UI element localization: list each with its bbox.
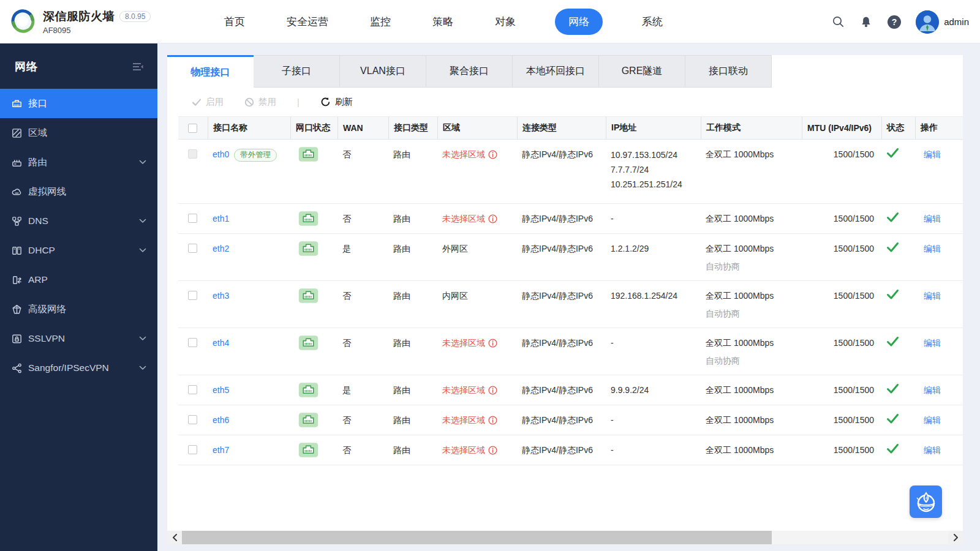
nav-item-系统[interactable]: 系统 [639,9,665,35]
select-all-checkbox[interactable] [188,124,197,133]
edit-link[interactable]: 编辑 [924,415,941,425]
nav-item-首页[interactable]: 首页 [222,9,247,35]
disable-button[interactable]: 禁用 [244,96,276,108]
ip-address-cell: 9.9.9.2/24 [606,375,701,396]
brand-text: 深信服防火墙 8.0.95 AF8095 [43,9,151,35]
check-icon [193,99,200,105]
row-select-cell [178,281,208,300]
search-icon[interactable] [831,15,845,29]
work-mode-value: 全双工 1000Mbps [706,213,802,225]
info-icon[interactable] [488,214,497,223]
sidebar-collapse-icon[interactable] [132,62,144,72]
tab-聚合接口[interactable]: 聚合接口 [426,55,513,88]
interface-name-link[interactable]: eth5 [213,385,229,395]
help-icon[interactable]: ? [888,15,901,29]
edit-link[interactable]: 编辑 [924,338,941,348]
interface-name-link[interactable]: eth4 [213,338,229,348]
zone-alert: 未选择区域 [442,384,497,396]
wan-cell: 否 [337,405,388,426]
work-mode-cell: 全双工 1000Mbps [701,204,802,225]
nav-item-策略[interactable]: 策略 [430,9,456,35]
info-icon[interactable] [488,339,497,348]
action-cell: 编辑 [915,375,963,396]
tab-本地环回接口[interactable]: 本地环回接口 [513,55,599,88]
interface-name-link[interactable]: eth6 [213,415,229,425]
column-header: 区域 [437,117,517,139]
row-checkbox[interactable] [188,291,197,300]
ethernet-port-icon [298,442,337,458]
edit-link[interactable]: 编辑 [924,214,941,223]
nav-item-网络[interactable]: 网络 [555,9,603,35]
row-checkbox[interactable] [188,415,197,424]
sidebar-item-区域[interactable]: 区域 [0,118,157,148]
tab-VLAN接口[interactable]: VLAN接口 [340,55,426,88]
nav-item-监控[interactable]: 监控 [368,9,393,35]
info-icon[interactable] [488,416,497,425]
sidebar-item-DNS[interactable]: DNS [0,206,157,236]
user-menu[interactable]: admin [916,10,969,34]
edit-link[interactable]: 编辑 [924,291,941,301]
interface-name-link[interactable]: eth1 [213,214,229,223]
enable-button[interactable]: 启用 [192,96,224,108]
scrollbar-track[interactable] [182,531,948,544]
sidebar-item-接口[interactable]: 接口 [0,89,157,118]
row-checkbox[interactable] [188,445,197,454]
row-checkbox[interactable] [188,385,197,394]
sidebar-item-SSLVPN[interactable]: SSLVPN [0,324,157,353]
refresh-button[interactable]: 刷新 [320,96,353,108]
sangfor-logo-icon [9,7,37,36]
edit-link[interactable]: 编辑 [924,385,941,395]
work-mode-cell: 全双工 1000Mbps自动协商 [701,328,802,367]
mtu-cell: 1500/1500 [802,140,881,160]
sidebar: 网络 接口区域路由虚拟网线DNSDHCPARP高级网络SSLVPNSangfor… [0,43,157,551]
row-checkbox[interactable] [188,214,197,223]
info-icon[interactable] [488,150,497,159]
interface-name-link[interactable]: eth7 [213,445,229,455]
table-header-row: 接口名称网口状态WAN接口类型区域连接类型IP地址工作模式MTU (IPv4/I… [178,116,963,140]
info-icon[interactable] [488,386,497,395]
sidebar-item-ARP[interactable]: ARP [0,265,157,294]
interface-name-link[interactable]: eth0 [213,149,229,159]
row-select-cell [178,435,208,454]
notification-bell-icon[interactable] [859,15,873,29]
row-checkbox[interactable] [188,244,197,253]
scrollbar-thumb[interactable] [182,531,772,544]
chevron-down-icon [139,219,146,223]
interface-name-cell: eth2 [208,234,290,255]
interface-type-cell: 路由 [388,281,437,302]
scroll-right-button[interactable] [948,531,963,544]
tab-物理接口[interactable]: 物理接口 [167,55,254,88]
info-icon[interactable] [488,446,497,455]
sidebar-item-DHCP[interactable]: DHCP [0,236,157,265]
column-header: 接口名称 [208,117,290,139]
edit-link[interactable]: 编辑 [924,445,941,455]
sidebar-item-虚拟网线[interactable]: 虚拟网线 [0,177,157,206]
nav-item-安全运营[interactable]: 安全运营 [284,9,331,35]
connection-type-cell: 静态IPv4/静态IPv6 [517,375,606,396]
sslvpn-icon [10,332,23,345]
mtu-cell: 1500/1500 [802,204,881,225]
tab-子接口[interactable]: 子接口 [254,55,340,88]
work-mode-value: 全双工 1000Mbps [706,444,802,456]
interface-name-link[interactable]: eth2 [213,244,229,253]
wan-cell: 是 [337,375,388,396]
work-mode-value: 全双工 1000Mbps [706,384,802,396]
tab-接口联动[interactable]: 接口联动 [685,55,772,88]
sidebar-item-路由[interactable]: 路由 [0,148,157,177]
sidebar-item-label: ARP [28,274,146,285]
ip-address-cell: - [606,435,701,456]
sidebar-item-Sangfor/IPSecVPN[interactable]: Sangfor/IPSecVPN [0,353,157,383]
ip-address-cell: 192.168.1.254/24 [606,281,701,302]
edit-link[interactable]: 编辑 [924,149,941,159]
interface-name-link[interactable]: eth3 [213,291,229,301]
interface-name-cell: eth1 [208,204,290,225]
tab-GRE隧道[interactable]: GRE隧道 [599,55,685,88]
scroll-left-button[interactable] [167,531,182,544]
row-checkbox[interactable] [188,338,197,347]
assistant-mascot-button[interactable] [910,485,942,518]
zone-alert: 未选择区域 [442,337,497,349]
connection-type-cell: 静态IPv4/静态IPv6 [517,140,606,160]
nav-item-对象[interactable]: 对象 [492,9,518,35]
edit-link[interactable]: 编辑 [924,244,941,253]
sidebar-item-高级网络[interactable]: 高级网络 [0,294,157,324]
